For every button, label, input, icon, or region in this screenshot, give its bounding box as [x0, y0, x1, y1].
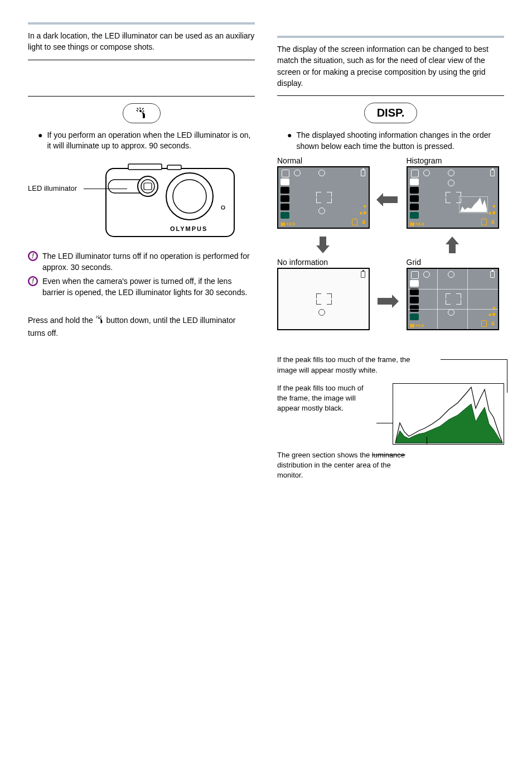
illuminator-icon — [136, 107, 148, 119]
bullet: ● The displayed shooting information cha… — [277, 130, 504, 152]
svg-point-0 — [139, 110, 142, 112]
left-column: In a dark location, the LED illuminator … — [28, 22, 255, 480]
text: Press and hold the — [28, 316, 95, 325]
histogram-white-text: If the peak fills too much of the frame,… — [277, 355, 422, 375]
divider — [28, 60, 255, 60]
display-cycle-diagram: Normal ♥▲◙ 4 ▮▮ +2.0 — [277, 156, 504, 335]
camera-illustration: OLYMPUS — [95, 163, 245, 241]
caution-note: ! The LED illuminator turns off if no op… — [28, 251, 255, 273]
bullet-dot-icon: ● — [38, 130, 42, 152]
svg-text:OLYMPUS: OLYMPUS — [170, 225, 207, 232]
section-rule — [277, 36, 504, 38]
arrow-down-icon — [316, 237, 330, 253]
camera-diagram: LED illuminator OLYMPUS — [28, 163, 255, 241]
svg-rect-3 — [167, 165, 181, 170]
leader-line — [84, 189, 127, 189]
svg-point-9 — [173, 180, 206, 213]
divider — [277, 95, 504, 96]
caution-icon: ! — [28, 251, 38, 261]
illuminator-icon — [95, 315, 104, 327]
bullet: ● If you perform an operation when the L… — [28, 130, 255, 152]
histogram-chart — [393, 383, 504, 445]
caution-note: ! Even when the camera's power is turned… — [28, 276, 255, 298]
shots-remaining: 4 — [491, 219, 494, 225]
screen-histogram: ♥▲◙ 4 ▮▮ +2.0 — [407, 166, 499, 229]
section-rule — [28, 22, 255, 25]
svg-point-10 — [221, 206, 225, 209]
histogram-black-text: If the peak fills too much of the frame,… — [277, 383, 366, 414]
shots-remaining: 4 — [362, 219, 365, 225]
arrow-right-icon — [376, 295, 399, 308]
press-hold-paragraph: Press and hold the button down, until th… — [28, 315, 255, 339]
left-intro: In a dark location, the LED illuminator … — [28, 30, 255, 53]
screen-label-normal: Normal — [277, 156, 375, 165]
bullet-dot-icon: ● — [287, 130, 292, 152]
screen-grid: ♥▲◙ 4 ▮▮ +2.0 — [407, 268, 499, 330]
screen-normal: ♥▲◙ 4 ▮▮ +2.0 — [277, 166, 370, 229]
arrow-up-icon — [446, 237, 459, 253]
svg-point-12 — [98, 317, 100, 319]
screen-noinfo — [277, 268, 370, 330]
note-text: The LED illuminator turns off if no oper… — [42, 251, 255, 273]
note-text: Even when the camera's power is turned o… — [42, 276, 255, 298]
divider — [28, 96, 255, 97]
leader-line — [372, 455, 405, 455]
right-intro: The display of the screen information ca… — [277, 44, 504, 89]
camera-label: LED illuminator — [28, 184, 77, 192]
bullet-text: The displayed shooting information chang… — [296, 130, 504, 152]
disp-button-pill: DISP. — [364, 103, 418, 123]
screen-label-noinfo: No information — [277, 258, 375, 267]
caution-icon: ! — [28, 276, 38, 286]
svg-rect-2 — [128, 164, 162, 170]
histogram-explanation: If the peak fills too much of the frame,… — [277, 355, 504, 480]
illuminator-button-pill — [123, 103, 161, 123]
right-column: The display of the screen information ca… — [277, 22, 504, 480]
leader-line — [441, 359, 507, 360]
shots-remaining: 4 — [491, 321, 494, 327]
mini-histogram-icon — [459, 196, 488, 213]
svg-rect-7 — [144, 183, 152, 190]
leader-line — [507, 359, 507, 393]
screen-label-grid: Grid — [407, 258, 505, 267]
screen-label-histogram: Histogram — [407, 156, 505, 165]
arrow-left-icon — [376, 193, 399, 206]
bullet-text: If you perform an operation when the LED… — [47, 130, 255, 152]
